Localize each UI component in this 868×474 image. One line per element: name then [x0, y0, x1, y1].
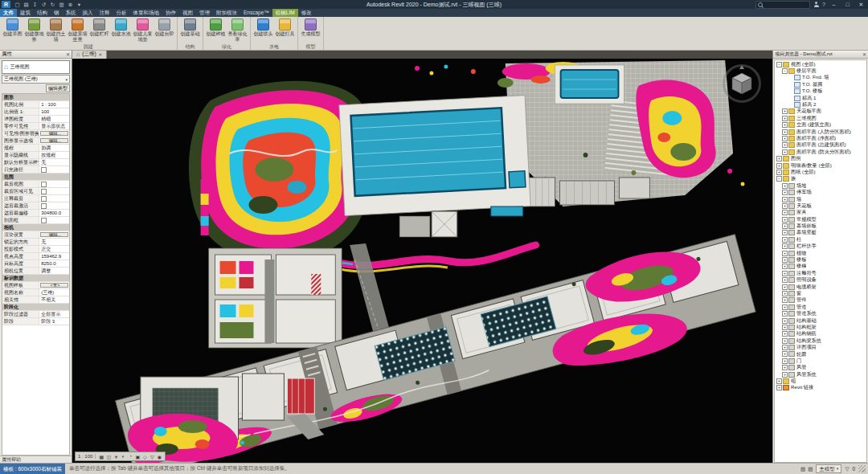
property-row[interactable]: 规程 协调 — [2, 145, 69, 152]
worksharing-display-icon[interactable]: ▨ — [808, 466, 813, 472]
expand-icon[interactable] — [782, 345, 788, 350]
ribbon-tab[interactable]: 注释 — [96, 9, 113, 17]
ribbon-button[interactable]: 创建挡土墙 — [45, 18, 67, 43]
ribbon-button[interactable]: 创建种植 — [205, 18, 227, 43]
ribbon-tab[interactable]: 体量和场地 — [130, 9, 163, 17]
tree-item[interactable]: 楼梯 — [775, 264, 866, 270]
tree-item[interactable]: 图例 — [775, 155, 866, 161]
ribbon-button[interactable]: 创建景墙坐凳 — [67, 18, 88, 43]
expand-icon[interactable] — [782, 284, 788, 290]
qat-dropdown-icon[interactable]: ▾ — [76, 1, 83, 8]
ribbon-button[interactable]: 创建儿童地垫 — [132, 18, 154, 43]
expand-icon[interactable] — [782, 243, 788, 249]
close-icon[interactable]: ✕ — [862, 51, 866, 57]
expand-icon[interactable] — [782, 223, 788, 229]
instance-selector[interactable]: 三维视图 (三维) ▾ — [2, 75, 70, 84]
expand-icon[interactable] — [782, 318, 788, 324]
tree-item[interactable]: 视图 (全部) — [775, 61, 866, 67]
expand-icon[interactable] — [782, 203, 788, 209]
expand-icon[interactable] — [782, 217, 788, 223]
expand-icon[interactable] — [782, 325, 788, 330]
tree-item[interactable]: 柱 — [775, 236, 866, 243]
tree-item[interactable]: 风管系统 — [775, 371, 866, 378]
expand-icon[interactable] — [782, 122, 788, 128]
tree-item[interactable]: 族 — [775, 176, 866, 182]
close-icon[interactable]: ✕ — [99, 52, 103, 57]
tree-item[interactable]: Revit 链接 — [775, 385, 866, 391]
property-row[interactable]: 零件可见性 显示原状态 — [2, 123, 69, 130]
property-row[interactable]: 可见性/图形替换 编辑... — [2, 130, 69, 137]
maximize-button[interactable]: □ — [842, 0, 853, 9]
expand-icon[interactable] — [782, 108, 788, 114]
revit-logo[interactable]: R — [2, 1, 10, 8]
ribbon-button[interactable]: 查看绿化率 — [227, 18, 248, 43]
expand-icon[interactable] — [782, 183, 788, 189]
property-row[interactable]: 相机位置 调整 — [2, 268, 69, 275]
expand-icon[interactable] — [776, 170, 782, 175]
design-option-select[interactable]: 主模型 ▾ — [816, 464, 841, 473]
minimize-button[interactable]: – — [829, 0, 839, 9]
tree-item[interactable]: 注释符号 — [775, 270, 866, 276]
property-row[interactable]: 范围 — [2, 174, 69, 181]
property-row[interactable]: 图形 — [2, 94, 69, 101]
property-row[interactable]: 注释裁剪 — [2, 195, 69, 202]
close-icon[interactable]: ✕ — [66, 51, 70, 57]
tree-item[interactable]: 家具 — [775, 210, 866, 216]
ribbon-tab[interactable]: 分析 — [113, 9, 130, 17]
edit-type-button[interactable]: 编辑类型 — [46, 84, 70, 92]
property-row[interactable]: 比例值 1: 100 — [2, 108, 69, 116]
crop-view-icon[interactable]: ▣ — [134, 454, 141, 460]
expand-icon[interactable] — [782, 68, 788, 74]
tree-item[interactable]: 图纸 (全部) — [775, 169, 866, 175]
tree-item[interactable]: 天花板平面 — [775, 108, 866, 115]
expand-icon[interactable] — [782, 277, 788, 283]
tree-item[interactable]: 常规模型 — [775, 216, 866, 223]
expand-icon[interactable] — [782, 365, 788, 370]
tree-item[interactable]: 管道系统 — [775, 310, 866, 317]
expand-icon[interactable] — [782, 136, 788, 141]
property-row[interactable]: 视点高度 159462.9 — [2, 253, 69, 260]
expand-icon[interactable] — [782, 237, 788, 243]
expand-icon[interactable] — [776, 176, 782, 182]
property-row[interactable]: 阶段化 — [2, 304, 69, 311]
tree-item[interactable]: T.O. Fnd. 墙 — [775, 75, 866, 81]
expand-icon[interactable] — [776, 385, 782, 390]
ribbon-tab[interactable]: 视图 — [179, 9, 196, 17]
ribbon-button[interactable]: 生成模型 — [300, 18, 321, 43]
property-row[interactable]: 阶段过滤器 全部显示 — [2, 311, 69, 318]
tree-item[interactable]: 电缆桥架 — [775, 284, 866, 290]
expand-icon[interactable] — [782, 372, 788, 378]
tree-item[interactable]: 面积平面 (防火分区面积) — [775, 149, 866, 155]
property-row[interactable]: 相机 — [2, 224, 69, 231]
tree-item[interactable]: T.O. 楼板 — [775, 88, 866, 95]
tree-item[interactable]: 标高 1 — [775, 95, 866, 101]
property-row[interactable]: 视图样板 <无> — [2, 282, 69, 289]
property-row[interactable]: 剖面框 — [2, 217, 69, 224]
expand-icon[interactable] — [782, 257, 788, 263]
expand-icon[interactable] — [782, 197, 788, 202]
tree-item[interactable]: 管件 — [775, 297, 866, 304]
ribbon-tab[interactable]: 结构 — [34, 9, 51, 17]
property-row[interactable]: 默认分析显示样式 无 — [2, 159, 69, 166]
tree-item[interactable]: 结构基础 — [775, 317, 866, 324]
open-icon[interactable]: ▤ — [23, 1, 30, 8]
property-row[interactable]: 显示隐藏线 按规程 — [2, 152, 69, 159]
tree-item[interactable]: 幕墙竖梃 — [775, 230, 866, 236]
expand-icon[interactable] — [776, 163, 782, 169]
expand-icon[interactable] — [782, 230, 788, 235]
print-icon[interactable]: ▥ — [58, 1, 65, 8]
property-row[interactable]: 视图比例 1 : 100 — [2, 101, 69, 108]
expand-icon[interactable] — [776, 378, 782, 384]
property-row[interactable]: 阶段 阶段 3 — [2, 318, 69, 325]
expand-icon[interactable] — [782, 116, 788, 121]
view-tab-3d[interactable]: ⌂ (三维) ✕ — [72, 50, 107, 59]
property-row[interactable]: 详图程度 精细 — [2, 116, 69, 123]
tree-item[interactable]: 面积平面 (净面积) — [775, 135, 866, 141]
tree-item[interactable]: 植物 — [775, 250, 866, 256]
ribbon-button[interactable]: 创建喷头 — [252, 18, 274, 43]
tree-item[interactable]: 结构框架 — [775, 324, 866, 330]
resize-grip[interactable] — [858, 465, 866, 472]
property-row[interactable]: 渲染设置 编辑... — [2, 231, 69, 239]
property-row[interactable]: 裁剪区域可见 — [2, 188, 69, 195]
tree-item[interactable]: 幕墙嵌板 — [775, 223, 866, 229]
